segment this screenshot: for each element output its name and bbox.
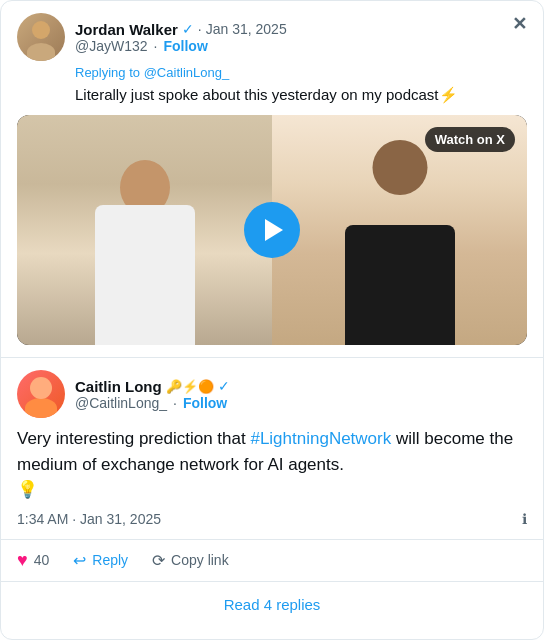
display-name-jordan: Jordan Walker [75, 21, 178, 38]
tweet-timestamp: 1:34 AM · Jan 31, 2025 ℹ [17, 511, 527, 527]
video-thumbnail[interactable]: Watch on X [17, 115, 527, 345]
watch-on-x-label: Watch on X [425, 127, 515, 152]
avatar-caitlin [17, 370, 65, 418]
info-icon[interactable]: ℹ [522, 511, 527, 527]
close-icon[interactable]: ✕ [512, 13, 527, 35]
replying-to-handle[interactable]: @CaitlinLong_ [144, 65, 229, 80]
main-tweet-text: Very interesting prediction that #Lightn… [17, 426, 527, 503]
actions-row: ♥ 40 ↩ Reply ⟳ Copy link [17, 540, 527, 581]
video-left-panel [17, 115, 272, 345]
replying-to: Replying to @CaitlinLong_ [75, 65, 527, 80]
tweet-text-jordan: Literally just spoke about this yesterda… [75, 84, 527, 105]
follow-button-jordan[interactable]: Follow [163, 38, 207, 54]
copy-link-icon: ⟳ [152, 551, 165, 570]
display-name-caitlin: Caitlin Long [75, 378, 162, 395]
timestamp-text: 1:34 AM · Jan 31, 2025 [17, 511, 161, 527]
avatar-jordan [17, 13, 65, 61]
handle-jordan: @JayW132 [75, 38, 148, 54]
handle-caitlin: @CaitlinLong_ [75, 395, 167, 411]
follow-button-caitlin[interactable]: Follow [183, 395, 227, 411]
play-button[interactable] [244, 202, 300, 258]
tweet-date-jordan: Jan 31, 2025 [206, 21, 287, 37]
copy-label: Copy link [171, 552, 229, 568]
tweet-jordan: Jordan Walker ✓ · Jan 31, 2025 @JayW132 … [1, 1, 543, 345]
caitlin-emojis: 🔑⚡🟠 [166, 379, 214, 394]
person-left-body [95, 205, 195, 345]
tweet-caitlin: Caitlin Long 🔑⚡🟠 ✓ @CaitlinLong_ · Follo… [1, 358, 543, 627]
lightbulb-emoji: 💡 [17, 480, 38, 499]
hashtag-link[interactable]: #LightningNetwork [250, 429, 391, 448]
play-triangle-icon [265, 219, 283, 241]
user-info-jordan: Jordan Walker ✓ · Jan 31, 2025 @JayW132 … [75, 21, 287, 54]
person-left [75, 145, 215, 345]
read-replies-button[interactable]: Read 4 replies [17, 582, 527, 627]
verified-icon-caitlin: ✓ [218, 378, 230, 394]
person-right-body [345, 225, 455, 345]
tweet-text-pre: Very interesting prediction that [17, 429, 250, 448]
reply-label: Reply [92, 552, 128, 568]
like-action[interactable]: ♥ 40 [17, 550, 49, 571]
heart-icon: ♥ [17, 550, 28, 571]
user-info-caitlin: Caitlin Long 🔑⚡🟠 ✓ @CaitlinLong_ · Follo… [75, 378, 230, 411]
person-right-head [372, 140, 427, 195]
reply-action[interactable]: ↩ Reply [73, 551, 128, 570]
reply-icon: ↩ [73, 551, 86, 570]
verified-icon-jordan: ✓ [182, 21, 194, 37]
like-count: 40 [34, 552, 50, 568]
copy-link-action[interactable]: ⟳ Copy link [152, 551, 229, 570]
